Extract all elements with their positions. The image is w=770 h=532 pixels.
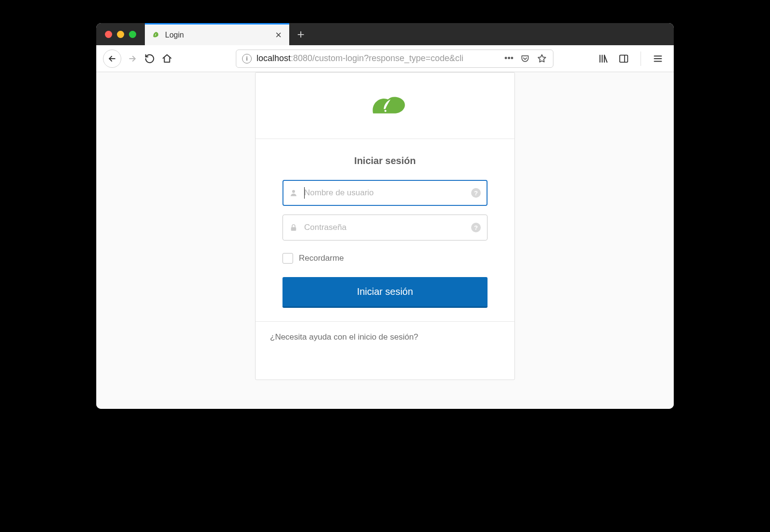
browser-tab[interactable]: Login × xyxy=(145,23,289,45)
lock-icon xyxy=(289,223,298,232)
svg-rect-0 xyxy=(620,55,628,62)
window-controls xyxy=(96,23,145,45)
form-heading: Iniciar sesión xyxy=(282,155,488,166)
login-card: Iniciar sesión ? ? xyxy=(255,72,515,380)
card-footer: ¿Necesita ayuda con el inicio de sesión? xyxy=(256,321,514,353)
text-caret xyxy=(304,187,305,199)
window-close-button[interactable] xyxy=(105,31,112,38)
leaf-icon xyxy=(152,31,160,39)
info-icon[interactable]: i xyxy=(242,54,252,63)
username-field-wrapper: ? xyxy=(282,180,488,206)
help-link[interactable]: ¿Necesita ayuda con el inicio de sesión? xyxy=(270,332,418,342)
tab-strip: Login × + xyxy=(96,23,674,45)
svg-point-2 xyxy=(292,190,295,193)
svg-rect-3 xyxy=(291,227,296,231)
toolbar-right xyxy=(597,51,667,66)
spring-cloud-logo-icon xyxy=(364,91,406,121)
browser-toolbar: i localhost:8080/custom-login?response_t… xyxy=(96,45,674,72)
username-input[interactable] xyxy=(282,180,488,206)
url-text: localhost:8080/custom-login?response_typ… xyxy=(257,53,500,63)
menu-button[interactable] xyxy=(652,52,664,65)
remember-me[interactable]: Recordarme xyxy=(282,253,488,264)
user-icon xyxy=(289,189,298,197)
remember-checkbox[interactable] xyxy=(282,253,293,264)
toolbar-divider xyxy=(641,51,641,66)
forward-button[interactable] xyxy=(126,52,139,65)
sidebar-icon[interactable] xyxy=(617,52,630,65)
help-icon[interactable]: ? xyxy=(471,188,481,198)
home-button[interactable] xyxy=(161,52,173,65)
back-button[interactable] xyxy=(103,50,121,68)
window-minimize-button[interactable] xyxy=(117,31,124,38)
help-icon[interactable]: ? xyxy=(471,223,481,232)
svg-point-1 xyxy=(385,110,386,112)
browser-window: Login × + i localhost:8080/custom-login?… xyxy=(96,23,674,409)
star-icon[interactable] xyxy=(537,53,547,64)
pocket-icon[interactable] xyxy=(520,54,530,63)
remember-label: Recordarme xyxy=(299,253,344,263)
page-viewport: Iniciar sesión ? ? xyxy=(96,72,674,409)
logo-area xyxy=(256,73,514,139)
window-maximize-button[interactable] xyxy=(129,31,136,38)
submit-button[interactable]: Iniciar sesión xyxy=(282,277,488,308)
tab-title: Login xyxy=(165,31,184,39)
library-icon[interactable] xyxy=(597,52,610,65)
tab-close-button[interactable]: × xyxy=(274,30,282,40)
arrow-left-icon xyxy=(106,52,118,65)
login-form: Iniciar sesión ? ? xyxy=(256,139,514,321)
password-input[interactable] xyxy=(282,215,488,241)
overflow-icon[interactable]: ••• xyxy=(504,53,513,63)
reload-button[interactable] xyxy=(143,52,156,65)
password-field-wrapper: ? xyxy=(282,215,488,241)
address-bar[interactable]: i localhost:8080/custom-login?response_t… xyxy=(236,50,553,68)
new-tab-button[interactable]: + xyxy=(289,23,312,45)
